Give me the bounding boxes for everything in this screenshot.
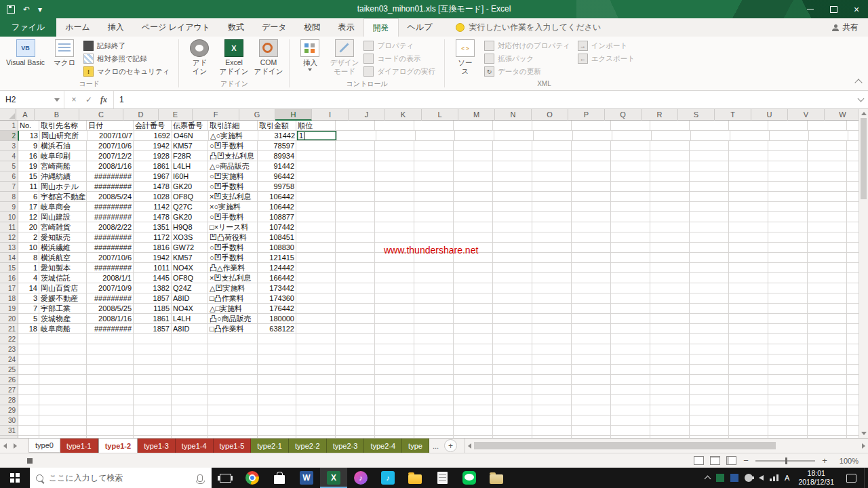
cell-J28[interactable] bbox=[375, 395, 414, 405]
cell-S9[interactable] bbox=[729, 202, 768, 212]
cell-M29[interactable] bbox=[493, 405, 532, 415]
cell-I27[interactable] bbox=[336, 385, 375, 395]
cell-C14[interactable]: 2007/10/6 bbox=[87, 253, 134, 263]
cell-F9[interactable]: ×○実施料 bbox=[208, 202, 258, 212]
cell-C24[interactable] bbox=[87, 354, 134, 365]
ribbon-button-small[interactable]: 相対参照で記録 bbox=[81, 52, 175, 65]
cell-E7[interactable]: GK20 bbox=[172, 182, 208, 192]
cell-A8[interactable]: 6 bbox=[18, 192, 39, 202]
cell-S24[interactable] bbox=[729, 354, 768, 365]
cell-C30[interactable] bbox=[87, 415, 134, 426]
cell-P22[interactable] bbox=[611, 334, 650, 344]
cell-U25[interactable] bbox=[808, 365, 847, 375]
cell-Q21[interactable] bbox=[650, 324, 690, 334]
cell-G13[interactable]: 108830 bbox=[258, 243, 296, 253]
cell-T7[interactable] bbox=[768, 182, 808, 192]
cell-D22[interactable] bbox=[134, 334, 172, 344]
ribbon-tab-8[interactable]: 開発 bbox=[363, 18, 399, 37]
cell-Q18[interactable] bbox=[650, 293, 690, 304]
cell-S31[interactable] bbox=[729, 426, 768, 436]
cell-P8[interactable] bbox=[611, 192, 650, 202]
column-header-B[interactable]: B bbox=[35, 109, 79, 121]
taskbar-button-folder-icon[interactable] bbox=[483, 468, 510, 488]
cell-H25[interactable] bbox=[296, 365, 336, 375]
cell-K8[interactable] bbox=[414, 192, 454, 202]
cell-K27[interactable] bbox=[414, 385, 454, 395]
cell-O32[interactable] bbox=[572, 436, 611, 438]
cell-J25[interactable] bbox=[375, 365, 414, 375]
ribbon-tab-4[interactable]: 数式 bbox=[219, 18, 253, 37]
cell-I15[interactable] bbox=[336, 263, 375, 273]
cell-O24[interactable] bbox=[572, 354, 611, 365]
qat-dropdown-icon[interactable]: ▾ bbox=[38, 5, 42, 14]
cell-U16[interactable] bbox=[808, 273, 847, 283]
scroll-left-icon[interactable] bbox=[468, 443, 471, 449]
cell-J8[interactable] bbox=[375, 192, 414, 202]
row-header-8[interactable]: 8 bbox=[0, 192, 18, 202]
cell-L21[interactable] bbox=[454, 324, 493, 334]
cell-N30[interactable] bbox=[532, 415, 572, 426]
cell-L19[interactable] bbox=[454, 304, 493, 314]
cell-J11[interactable] bbox=[375, 222, 414, 232]
ribbon-tab-6[interactable]: 校閲 bbox=[296, 18, 330, 37]
cell-I21[interactable] bbox=[336, 324, 375, 334]
row-header-26[interactable]: 26 bbox=[0, 375, 18, 385]
cell-T3[interactable] bbox=[768, 141, 808, 151]
cell-D15[interactable]: 1011 bbox=[134, 263, 172, 273]
cell-H22[interactable] bbox=[296, 334, 336, 344]
column-header-V[interactable]: V bbox=[788, 109, 825, 121]
ribbon-button-small[interactable]: プロパティ bbox=[361, 39, 440, 52]
column-header-L[interactable]: L bbox=[422, 109, 458, 121]
cell-M12[interactable] bbox=[493, 232, 532, 243]
cell-G6[interactable]: 96442 bbox=[258, 171, 296, 182]
cell-Q8[interactable] bbox=[650, 192, 690, 202]
cell-O12[interactable] bbox=[572, 232, 611, 243]
cell-K5[interactable] bbox=[414, 161, 454, 171]
cell-T15[interactable] bbox=[768, 263, 808, 273]
cell-T5[interactable] bbox=[768, 161, 808, 171]
cell-G21[interactable]: 638122 bbox=[258, 324, 296, 334]
cell-E15[interactable]: NO4X bbox=[172, 263, 208, 273]
cell-E5[interactable]: L4LH bbox=[172, 161, 208, 171]
cell-P10[interactable] bbox=[611, 212, 650, 222]
select-all-corner[interactable] bbox=[0, 109, 16, 121]
taskbar-clock[interactable]: 18:01 2018/12/31 bbox=[795, 469, 837, 487]
cell-M6[interactable] bbox=[493, 171, 532, 182]
undo-icon[interactable]: ↶ bbox=[23, 5, 30, 14]
cell-A32[interactable] bbox=[18, 436, 39, 438]
column-header-F[interactable]: F bbox=[193, 109, 239, 121]
cell-F21[interactable]: □凸作業料 bbox=[208, 324, 258, 334]
cell-N4[interactable] bbox=[532, 151, 572, 161]
page-break-view-icon[interactable] bbox=[726, 456, 736, 465]
cell-J18[interactable] bbox=[375, 293, 414, 304]
cell-U18[interactable] bbox=[808, 293, 847, 304]
cell-S14[interactable] bbox=[729, 253, 768, 263]
cell-I6[interactable] bbox=[336, 171, 375, 182]
tray-app-icon-2[interactable] bbox=[730, 474, 738, 482]
cell-C9[interactable]: ######### bbox=[87, 202, 134, 212]
cell-O16[interactable] bbox=[572, 273, 611, 283]
cell-L12[interactable] bbox=[454, 232, 493, 243]
cell-B24[interactable] bbox=[39, 354, 87, 365]
cell-R24[interactable] bbox=[690, 354, 729, 365]
cell-T16[interactable] bbox=[768, 273, 808, 283]
page-layout-view-icon[interactable] bbox=[710, 456, 720, 465]
cell-I29[interactable] bbox=[336, 405, 375, 415]
sheet-tab-type2-1[interactable]: type2-1 bbox=[251, 439, 289, 453]
cell-B15[interactable]: 愛知製本 bbox=[39, 263, 87, 273]
cell-D10[interactable]: 1478 bbox=[134, 212, 172, 222]
cell-T11[interactable] bbox=[768, 222, 808, 232]
cell-Q20[interactable] bbox=[650, 314, 690, 324]
column-header-M[interactable]: M bbox=[458, 109, 495, 121]
cell-R29[interactable] bbox=[690, 405, 729, 415]
cell-J29[interactable] bbox=[375, 405, 414, 415]
cell-K6[interactable] bbox=[414, 171, 454, 182]
zoom-in-button[interactable]: + bbox=[821, 455, 828, 466]
cell-K29[interactable] bbox=[414, 405, 454, 415]
cell-K15[interactable] bbox=[414, 263, 454, 273]
cell-E19[interactable]: NO4X bbox=[172, 304, 208, 314]
cell-C28[interactable] bbox=[87, 395, 134, 405]
cell-L27[interactable] bbox=[454, 385, 493, 395]
cell-O10[interactable] bbox=[572, 212, 611, 222]
cell-I1[interactable] bbox=[336, 121, 375, 131]
